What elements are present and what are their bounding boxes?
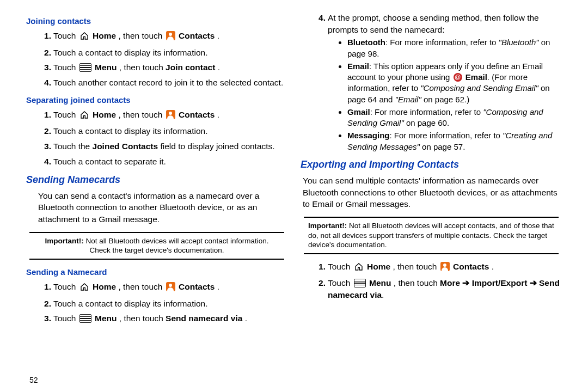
right-column: At the prompt, choose a sending method, … [294, 10, 568, 392]
home-icon [354, 262, 364, 274]
heading-sending-namecards: Sending Namecards [26, 173, 287, 187]
step: Touch a contact to display its informati… [53, 298, 287, 310]
step: Touch Menu , then touch Send namecard vi… [53, 313, 287, 324]
page-number: 52 [29, 376, 38, 384]
menu-icon [354, 279, 366, 287]
important-note: Important!: Not all Bluetooth devices wi… [304, 217, 559, 254]
exporting-body: You can send multiple contacts' informat… [303, 175, 562, 210]
sending-a-namecard-steps: Touch Home , then touch Contacts . Touch… [26, 281, 287, 324]
contacts-icon [166, 31, 175, 40]
step: At the prompt, choose a sending method, … [328, 12, 562, 152]
step: Touch a contact to separate it. [53, 156, 287, 168]
important-note: Important!: Not all Bluetooth devices wi… [29, 232, 284, 260]
step: Touch Home , then touch Contacts . [328, 261, 562, 274]
heading-sending-a-namecard: Sending a Namecard [26, 266, 287, 278]
step: Touch Home , then touch Contacts . [53, 30, 287, 44]
bullet-email: Email: This option appears only if you d… [347, 61, 562, 105]
home-icon [79, 283, 89, 295]
home-icon [79, 32, 89, 44]
step: Touch Home , then touch Contacts . [53, 109, 287, 122]
menu-icon [79, 63, 91, 72]
step: Touch a contact to display its informati… [53, 47, 287, 59]
bullet-messaging: Messaging: For more information, refer t… [347, 130, 562, 152]
contacts-icon [166, 282, 175, 291]
left-column: Joining contacts Touch Home , then touch… [20, 10, 294, 392]
step: Touch Home , then touch Contacts . [53, 281, 287, 295]
home-icon [79, 111, 89, 122]
email-icon [454, 73, 462, 82]
export-import-steps: Touch Home , then touch Contacts . Touch… [301, 261, 562, 301]
separating-contacts-steps: Touch Home , then touch Contacts . Touch… [26, 109, 287, 168]
bullet-bluetooth: Bluetooth: For more information, refer t… [347, 37, 562, 59]
manual-page: Joining contacts Touch Home , then touch… [0, 0, 588, 392]
step: Touch Menu , then touch Join contact . [53, 62, 287, 74]
sending-method-bullets: Bluetooth: For more information, refer t… [342, 37, 562, 152]
heading-separating-contacts: Separating joined contacts [26, 94, 287, 106]
bullet-gmail: Gmail: For more information, refer to "C… [347, 107, 562, 129]
sending-namecards-body: You can send a contact's information as … [38, 190, 287, 225]
menu-icon [79, 314, 91, 323]
step: Touch the Joined Contacts field to displ… [53, 140, 287, 152]
step: Touch Menu , then touch More ➔ Import/Ex… [328, 277, 562, 301]
contacts-icon [166, 110, 175, 119]
sending-namecard-continued: At the prompt, choose a sending method, … [301, 12, 562, 152]
joining-contacts-steps: Touch Home , then touch Contacts . Touch… [26, 30, 287, 89]
heading-joining-contacts: Joining contacts [26, 15, 287, 27]
step: Touch another contact record to join it … [53, 77, 287, 89]
heading-exporting-importing: Exporting and Importing Contacts [301, 158, 562, 171]
step: Touch a contact to display its informati… [53, 125, 287, 137]
contacts-icon [440, 262, 450, 271]
